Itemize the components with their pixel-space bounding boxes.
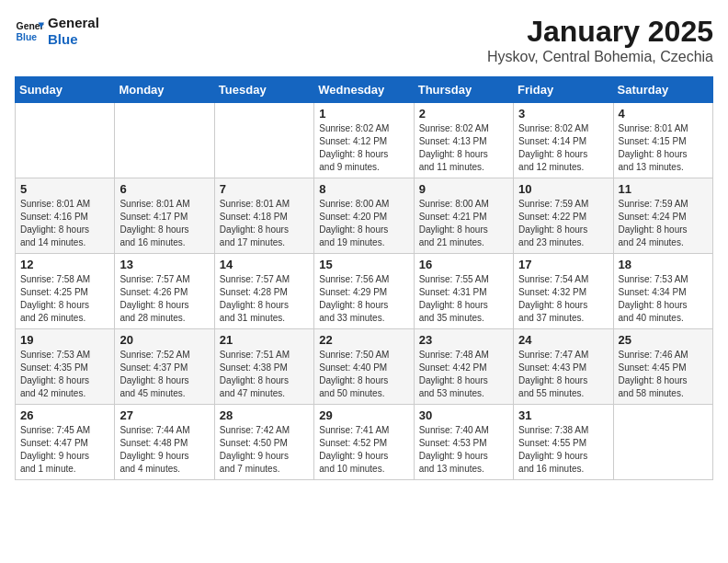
calendar-cell: 21Sunrise: 7:51 AM Sunset: 4:38 PM Dayli… [214,329,313,405]
calendar-week-3: 12Sunrise: 7:58 AM Sunset: 4:25 PM Dayli… [16,254,713,329]
calendar-cell [214,103,313,178]
day-info: Sunrise: 8:02 AM Sunset: 4:12 PM Dayligh… [319,122,408,174]
day-number: 3 [518,107,608,121]
calendar-cell: 12Sunrise: 7:58 AM Sunset: 4:25 PM Dayli… [16,254,115,329]
calendar-cell: 13Sunrise: 7:57 AM Sunset: 4:26 PM Dayli… [115,254,214,329]
calendar-cell: 15Sunrise: 7:56 AM Sunset: 4:29 PM Dayli… [314,254,414,329]
calendar-cell [613,405,712,480]
calendar-cell: 2Sunrise: 8:02 AM Sunset: 4:13 PM Daylig… [414,103,513,178]
calendar-cell: 27Sunrise: 7:44 AM Sunset: 4:48 PM Dayli… [115,405,214,480]
calendar-cell [115,103,214,178]
day-info: Sunrise: 7:53 AM Sunset: 4:34 PM Dayligh… [619,273,708,325]
day-info: Sunrise: 7:42 AM Sunset: 4:50 PM Dayligh… [220,424,309,476]
day-info: Sunrise: 7:59 AM Sunset: 4:24 PM Dayligh… [619,198,708,249]
calendar-cell: 6Sunrise: 8:01 AM Sunset: 4:17 PM Daylig… [115,178,214,254]
calendar-cell: 9Sunrise: 8:00 AM Sunset: 4:21 PM Daylig… [414,178,513,254]
calendar-cell: 22Sunrise: 7:50 AM Sunset: 4:40 PM Dayli… [314,329,414,405]
day-info: Sunrise: 7:54 AM Sunset: 4:32 PM Dayligh… [518,273,608,325]
day-info: Sunrise: 7:46 AM Sunset: 4:45 PM Dayligh… [619,349,708,400]
day-info: Sunrise: 7:52 AM Sunset: 4:37 PM Dayligh… [119,349,209,400]
calendar-cell: 19Sunrise: 7:53 AM Sunset: 4:35 PM Dayli… [16,329,115,405]
day-info: Sunrise: 7:51 AM Sunset: 4:38 PM Dayligh… [220,349,309,400]
calendar-cell: 11Sunrise: 7:59 AM Sunset: 4:24 PM Dayli… [613,178,712,254]
day-info: Sunrise: 8:00 AM Sunset: 4:20 PM Dayligh… [319,198,408,249]
day-info: Sunrise: 7:44 AM Sunset: 4:48 PM Dayligh… [119,424,209,476]
day-number: 26 [20,408,109,422]
calendar-cell: 29Sunrise: 7:41 AM Sunset: 4:52 PM Dayli… [314,405,414,480]
header-thursday: Thursday [414,77,513,103]
day-number: 13 [119,258,209,271]
day-info: Sunrise: 8:02 AM Sunset: 4:14 PM Dayligh… [518,122,608,174]
day-info: Sunrise: 7:57 AM Sunset: 4:28 PM Dayligh… [220,273,309,325]
calendar-cell: 24Sunrise: 7:47 AM Sunset: 4:43 PM Dayli… [514,329,613,405]
calendar-cell: 26Sunrise: 7:45 AM Sunset: 4:47 PM Dayli… [16,405,115,480]
day-number: 2 [419,107,508,121]
day-info: Sunrise: 7:45 AM Sunset: 4:47 PM Dayligh… [20,424,109,476]
day-number: 17 [518,258,608,271]
day-number: 22 [319,333,408,347]
calendar-cell: 5Sunrise: 8:01 AM Sunset: 4:16 PM Daylig… [16,178,115,254]
calendar-week-1: 1Sunrise: 8:02 AM Sunset: 4:12 PM Daylig… [16,103,713,178]
day-info: Sunrise: 8:00 AM Sunset: 4:21 PM Dayligh… [419,198,508,249]
day-number: 5 [20,182,109,196]
calendar-cell: 23Sunrise: 7:48 AM Sunset: 4:42 PM Dayli… [414,329,513,405]
day-info: Sunrise: 7:38 AM Sunset: 4:55 PM Dayligh… [518,424,608,476]
day-number: 20 [119,333,209,347]
header-sunday: Sunday [16,77,115,103]
day-info: Sunrise: 7:40 AM Sunset: 4:53 PM Dayligh… [419,424,508,476]
day-number: 12 [20,258,109,271]
day-number: 23 [419,333,508,347]
logo-general: General [48,15,99,31]
calendar-cell: 10Sunrise: 7:59 AM Sunset: 4:22 PM Dayli… [514,178,613,254]
calendar-week-4: 19Sunrise: 7:53 AM Sunset: 4:35 PM Dayli… [16,329,713,405]
calendar-cell: 28Sunrise: 7:42 AM Sunset: 4:50 PM Dayli… [214,405,313,480]
calendar-subtitle: Hyskov, Central Bohemia, Czechia [487,49,713,65]
day-info: Sunrise: 8:01 AM Sunset: 4:15 PM Dayligh… [619,122,708,174]
header-tuesday: Tuesday [214,77,313,103]
day-number: 15 [319,258,408,271]
day-number: 27 [119,408,209,422]
calendar-cell: 25Sunrise: 7:46 AM Sunset: 4:45 PM Dayli… [613,329,712,405]
day-number: 14 [220,258,309,271]
day-info: Sunrise: 8:01 AM Sunset: 4:18 PM Dayligh… [220,198,309,249]
day-info: Sunrise: 7:59 AM Sunset: 4:22 PM Dayligh… [518,198,608,249]
day-number: 10 [518,182,608,196]
calendar-week-5: 26Sunrise: 7:45 AM Sunset: 4:47 PM Dayli… [16,405,713,480]
header-friday: Friday [514,77,613,103]
logo: General Blue General Blue [15,15,99,48]
day-number: 29 [319,408,408,422]
day-info: Sunrise: 8:01 AM Sunset: 4:17 PM Dayligh… [119,198,209,249]
day-number: 31 [518,408,608,422]
day-number: 4 [619,107,708,121]
title-block: January 2025 Hyskov, Central Bohemia, Cz… [487,15,713,65]
logo-blue: Blue [48,31,99,48]
day-info: Sunrise: 7:47 AM Sunset: 4:43 PM Dayligh… [518,349,608,400]
day-number: 21 [220,333,309,347]
header-saturday: Saturday [613,77,712,103]
day-number: 9 [419,182,508,196]
day-info: Sunrise: 7:57 AM Sunset: 4:26 PM Dayligh… [119,273,209,325]
calendar-cell: 7Sunrise: 8:01 AM Sunset: 4:18 PM Daylig… [214,178,313,254]
day-info: Sunrise: 8:01 AM Sunset: 4:16 PM Dayligh… [20,198,109,249]
day-number: 19 [20,333,109,347]
day-number: 7 [220,182,309,196]
day-number: 6 [119,182,209,196]
calendar-cell: 17Sunrise: 7:54 AM Sunset: 4:32 PM Dayli… [514,254,613,329]
day-number: 1 [319,107,408,121]
day-number: 18 [619,258,708,271]
header-wednesday: Wednesday [314,77,414,103]
logo-icon: General Blue [15,17,44,46]
calendar-cell: 31Sunrise: 7:38 AM Sunset: 4:55 PM Dayli… [514,405,613,480]
page-header: General Blue General Blue January 2025 H… [15,15,713,65]
day-number: 28 [220,408,309,422]
day-info: Sunrise: 7:58 AM Sunset: 4:25 PM Dayligh… [20,273,109,325]
day-number: 8 [319,182,408,196]
day-info: Sunrise: 7:41 AM Sunset: 4:52 PM Dayligh… [319,424,408,476]
calendar-cell: 30Sunrise: 7:40 AM Sunset: 4:53 PM Dayli… [414,405,513,480]
calendar-week-2: 5Sunrise: 8:01 AM Sunset: 4:16 PM Daylig… [16,178,713,254]
day-number: 24 [518,333,608,347]
day-info: Sunrise: 7:56 AM Sunset: 4:29 PM Dayligh… [319,273,408,325]
day-number: 25 [619,333,708,347]
calendar-cell: 14Sunrise: 7:57 AM Sunset: 4:28 PM Dayli… [214,254,313,329]
day-number: 11 [619,182,708,196]
